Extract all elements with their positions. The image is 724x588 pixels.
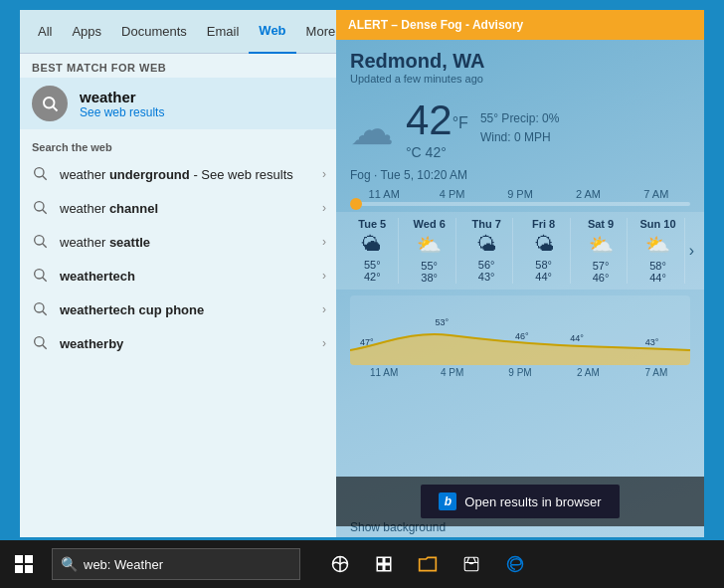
svg-point-6 — [35, 236, 44, 245]
tab-web[interactable]: Web — [249, 10, 295, 54]
svg-line-11 — [43, 311, 47, 315]
hourly-time-labels: 11 AM 4 PM 9 PM 2 AM 7 AM — [336, 188, 704, 200]
forecast-day-fri: Fri 8 🌤 58°44° — [517, 218, 570, 284]
open-browser-button[interactable]: b Open results in browser — [421, 485, 619, 518]
svg-line-1 — [53, 106, 57, 110]
forecast-day-sat: Sat 9 ⛅ 57°46° — [575, 218, 628, 284]
search-icon — [32, 233, 50, 251]
weather-updated: Updated a few minutes ago — [350, 73, 690, 85]
best-match-item[interactable]: weather See web results — [20, 78, 338, 129]
result-text-weatherby: weatherby — [60, 336, 312, 351]
svg-line-7 — [43, 244, 47, 248]
svg-point-10 — [35, 303, 44, 312]
result-text-weathertech-cup: weathertech cup phone — [60, 302, 312, 317]
taskbar-search-box[interactable]: 🔍 — [52, 548, 300, 580]
see-web-results-link[interactable]: See web results — [80, 105, 164, 119]
tab-email[interactable]: Email — [197, 10, 250, 54]
weather-alert-bar: ALERT – Dense Fog - Advisory — [336, 10, 704, 40]
chevron-right-icon: › — [322, 336, 326, 350]
svg-rect-24 — [385, 565, 391, 571]
best-match-title: weather — [80, 89, 164, 105]
svg-point-2 — [35, 168, 44, 177]
web-result-seattle[interactable]: weather seattle › — [20, 225, 338, 259]
svg-line-5 — [43, 210, 47, 214]
sun-cloud-icon: 🌤 — [534, 233, 554, 256]
forecast-day-sun: Sun 10 ⛅ 58°44° — [632, 218, 684, 284]
tab-documents[interactable]: Documents — [111, 10, 197, 54]
chevron-right-icon: › — [322, 201, 326, 215]
svg-point-12 — [35, 337, 44, 346]
svg-line-13 — [43, 345, 47, 349]
cloud-icon: 🌥 — [362, 233, 382, 256]
forecast-day-tue: Tue 5 🌥 55°42° — [346, 218, 399, 284]
tab-all[interactable]: All — [28, 10, 62, 54]
result-text-seattle: weather seattle — [60, 235, 312, 250]
web-result-weatherby[interactable]: weatherby › — [20, 326, 338, 360]
open-browser-bar: b Open results in browser — [336, 477, 704, 526]
svg-text:47°: 47° — [360, 337, 374, 347]
svg-point-4 — [35, 202, 44, 211]
weather-condition: Fog · Tue 5, 10:20 AM — [336, 168, 704, 188]
web-result-weathertech[interactable]: weathertech › — [20, 259, 338, 293]
forecast-chevron-right[interactable]: › — [689, 218, 694, 284]
search-icon — [32, 86, 68, 121]
partly-cloudy-icon: ⛅ — [417, 233, 442, 257]
svg-rect-22 — [385, 557, 391, 563]
hourly-slider[interactable] — [350, 202, 690, 206]
taskbar-search-input[interactable] — [84, 557, 272, 572]
temperature-chart: 47° 53° 46° 44° 43° — [350, 295, 690, 365]
cortana-button[interactable] — [364, 540, 404, 588]
result-text-channel: weather channel — [60, 201, 312, 216]
search-icon — [32, 267, 50, 285]
result-text-weathertech: weathertech — [60, 269, 312, 284]
weather-details: 55° Precip: 0% Wind: 0 MPH — [480, 109, 560, 147]
web-result-channel[interactable]: weather channel › — [20, 191, 338, 225]
weather-cloud-icon: ☁ — [350, 103, 394, 154]
svg-rect-21 — [377, 557, 383, 563]
forecast-row: Tue 5 🌥 55°42° Wed 6 ⛅ 55°38° Thu 7 🌤 56… — [336, 212, 704, 290]
chart-time-labels: 11 AM 4 PM 9 PM 2 AM 7 AM — [336, 365, 704, 380]
forecast-day-thu: Thu 7 🌤 56°43° — [460, 218, 513, 284]
search-icon — [32, 334, 50, 352]
svg-line-9 — [43, 278, 47, 282]
search-panel: All Apps Documents Email Web More ▾ Feed… — [20, 10, 338, 537]
weather-city: Redmond, WA — [350, 50, 690, 73]
web-result-underground[interactable]: weather underground - See web results › — [20, 157, 338, 191]
svg-text:46°: 46° — [515, 331, 529, 341]
search-web-label: Search the web — [20, 133, 338, 157]
task-view-button[interactable] — [320, 540, 360, 588]
store-button[interactable] — [452, 540, 491, 588]
best-match-content: weather See web results — [80, 89, 164, 119]
taskbar: 🔍 — [0, 540, 724, 588]
svg-text:44°: 44° — [570, 333, 584, 343]
svg-text:53°: 53° — [436, 317, 450, 327]
partly-cloudy-icon: ⛅ — [589, 233, 614, 257]
chevron-right-icon: › — [322, 269, 326, 283]
chevron-right-icon: › — [322, 302, 326, 316]
search-icon — [32, 199, 50, 217]
svg-text:43°: 43° — [645, 337, 659, 347]
result-text-underground: weather underground - See web results — [60, 167, 312, 182]
weather-temp-unit: °F — [452, 114, 468, 131]
svg-point-8 — [35, 270, 44, 279]
chevron-right-icon: › — [322, 167, 326, 181]
web-result-weathertech-cup[interactable]: weathertech cup phone › — [20, 293, 338, 326]
edge-browser-button[interactable] — [495, 540, 535, 588]
weather-header: Redmond, WA Updated a few minutes ago — [336, 40, 704, 89]
weather-panel: ALERT – Dense Fog - Advisory Redmond, WA… — [336, 10, 704, 537]
svg-rect-23 — [377, 565, 383, 571]
tabs-bar: All Apps Documents Email Web More ▾ Feed… — [20, 10, 338, 54]
windows-logo-icon — [15, 555, 33, 573]
open-browser-label: Open results in browser — [464, 494, 601, 509]
start-button[interactable] — [0, 540, 48, 588]
partly-cloudy-icon: ⛅ — [645, 233, 670, 257]
slider-thumb — [350, 198, 362, 210]
sun-cloud-icon: 🌤 — [476, 233, 496, 256]
search-icon: 🔍 — [61, 556, 78, 572]
tab-apps[interactable]: Apps — [62, 10, 111, 54]
search-icon — [32, 165, 50, 183]
search-icon — [32, 300, 50, 318]
file-explorer-button[interactable] — [408, 540, 448, 588]
forecast-day-wed: Wed 6 ⛅ 55°38° — [403, 218, 455, 284]
weather-temp-value: 42 — [406, 97, 452, 143]
